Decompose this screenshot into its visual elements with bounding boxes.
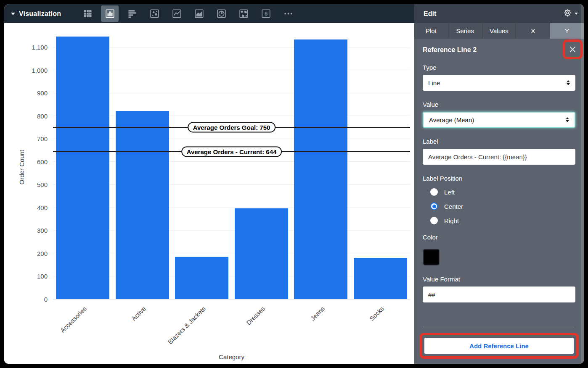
chart-canvas: Order Count 0100200300400500600700800900… bbox=[4, 23, 414, 364]
section-title: Reference Line 2 bbox=[423, 46, 575, 54]
gear-icon bbox=[563, 8, 572, 19]
edit-panel-header: Edit bbox=[414, 4, 584, 23]
radio-label: Left bbox=[444, 189, 455, 196]
panel-title: Edit bbox=[424, 10, 436, 18]
updown-arrows-icon bbox=[567, 80, 570, 86]
more-options-icon[interactable] bbox=[279, 5, 297, 22]
label-input[interactable] bbox=[423, 149, 575, 165]
label-position-option-left[interactable]: Left bbox=[430, 188, 575, 196]
divider bbox=[424, 327, 575, 327]
bar-jeans[interactable] bbox=[294, 39, 347, 299]
radio-selected-icon[interactable] bbox=[430, 202, 438, 210]
x-axis-title: Category bbox=[53, 353, 410, 360]
close-icon[interactable] bbox=[567, 44, 578, 55]
add-reference-line-button[interactable]: Add Reference Line bbox=[424, 338, 574, 354]
label-position-option-center[interactable]: Center bbox=[430, 202, 575, 210]
type-label: Type bbox=[423, 64, 575, 71]
bar-active[interactable] bbox=[116, 111, 169, 299]
x-axis-tick-label: Accessories bbox=[32, 305, 88, 360]
tab-x[interactable]: X bbox=[516, 23, 550, 39]
tab-plot[interactable]: Plot bbox=[414, 23, 448, 39]
x-axis-tick-label: Dresses bbox=[211, 305, 266, 360]
visualization-toolbar: Visualization 6 bbox=[4, 4, 414, 23]
y-axis-tick-label: 900 bbox=[37, 89, 48, 97]
type-select-value: Line bbox=[428, 79, 440, 87]
tab-values[interactable]: Values bbox=[482, 23, 516, 39]
single-value-icon[interactable]: 6 bbox=[257, 5, 275, 22]
y-axis-tick-label: 600 bbox=[37, 158, 48, 165]
caret-down-icon bbox=[11, 13, 15, 15]
app-window: Visualization 6 Order Count 010020030040… bbox=[4, 4, 584, 364]
edit-panel: Edit PlotSeriesValuesXY bbox=[414, 4, 584, 364]
color-label: Color bbox=[423, 234, 575, 241]
y-axis-tick-label: 400 bbox=[37, 204, 48, 211]
y-axis-tick-label: 1,000 bbox=[32, 66, 48, 74]
scatter-icon[interactable] bbox=[146, 5, 163, 22]
y-axis-tick-label: 200 bbox=[37, 250, 48, 257]
value-select-value: Average (Mean) bbox=[429, 116, 474, 124]
label-position-radio-group: LeftCenterRight bbox=[423, 188, 575, 224]
tab-y[interactable]: Y bbox=[550, 23, 584, 39]
label-position-label: Label Position bbox=[423, 175, 575, 182]
reference-line-settings: Reference Line 2 Type Line Value Average… bbox=[414, 39, 584, 364]
y-axis-tick-label: 1,100 bbox=[32, 44, 48, 51]
visualization-pane: Visualization 6 Order Count 010020030040… bbox=[4, 4, 414, 364]
color-swatch[interactable] bbox=[423, 249, 440, 265]
radio-label: Right bbox=[444, 217, 459, 224]
y-axis-tick-label: 100 bbox=[37, 273, 48, 280]
chart-type-icon-row: 6 bbox=[79, 5, 297, 22]
table-icon[interactable] bbox=[79, 5, 96, 22]
y-axis-tick-label: 500 bbox=[37, 181, 48, 188]
y-axis-tick-label: 300 bbox=[37, 227, 48, 234]
x-axis-tick-label: Blazers & Jackets bbox=[151, 305, 207, 360]
value-format-input[interactable] bbox=[423, 287, 575, 302]
plot-area: 01002003004005006007008009001,0001,100Ac… bbox=[53, 36, 410, 299]
label-label: Label bbox=[423, 138, 575, 145]
reference-line-label: Average Orders - Current: 644 bbox=[181, 146, 282, 157]
panel-settings-menu[interactable] bbox=[563, 8, 578, 19]
bar-dresses[interactable] bbox=[235, 208, 288, 299]
bar-socks[interactable] bbox=[354, 258, 407, 299]
y-axis-tick-label: 800 bbox=[37, 112, 48, 119]
label-position-option-right[interactable]: Right bbox=[430, 217, 575, 224]
visualization-title: Visualization bbox=[19, 10, 61, 18]
area-chart-icon[interactable] bbox=[190, 5, 208, 22]
x-axis-tick-label: Active bbox=[92, 305, 147, 360]
map-icon[interactable] bbox=[235, 5, 252, 22]
y-axis-tick-label: 700 bbox=[37, 135, 48, 142]
visualization-menu[interactable]: Visualization bbox=[11, 10, 61, 18]
bar-accessories[interactable] bbox=[56, 37, 109, 299]
annotation-highlight-add-button: Add Reference Line bbox=[419, 333, 579, 359]
updown-arrows-icon bbox=[566, 117, 569, 123]
value-label: Value bbox=[423, 101, 575, 108]
value-format-label: Value Format bbox=[423, 276, 575, 283]
panel-scrollbar[interactable] bbox=[581, 4, 584, 364]
y-axis-tick-label: 0 bbox=[44, 296, 48, 303]
svg-text:6: 6 bbox=[265, 11, 268, 17]
x-axis-tick-label: Socks bbox=[330, 305, 385, 360]
reference-line-label: Average Orders Goal: 750 bbox=[188, 122, 276, 133]
x-axis-tick-label: Jeans bbox=[270, 305, 326, 360]
bar-chart-icon[interactable] bbox=[101, 5, 119, 22]
pie-chart-icon[interactable] bbox=[212, 5, 230, 22]
line-chart-icon[interactable] bbox=[168, 5, 185, 22]
value-select[interactable]: Average (Mean) bbox=[423, 112, 575, 128]
caret-down-icon bbox=[575, 13, 578, 15]
radio-label: Center bbox=[444, 203, 463, 210]
tab-series[interactable]: Series bbox=[448, 23, 482, 39]
type-select[interactable]: Line bbox=[423, 75, 575, 91]
radio-icon[interactable] bbox=[430, 217, 438, 224]
radio-icon[interactable] bbox=[430, 188, 438, 196]
horizontal-bar-icon[interactable] bbox=[123, 5, 141, 22]
panel-tab-bar: PlotSeriesValuesXY bbox=[414, 23, 584, 39]
bar-blazers-jackets[interactable] bbox=[175, 257, 228, 299]
y-axis-title: Order Count bbox=[18, 150, 25, 185]
annotation-highlight-close bbox=[563, 39, 583, 59]
